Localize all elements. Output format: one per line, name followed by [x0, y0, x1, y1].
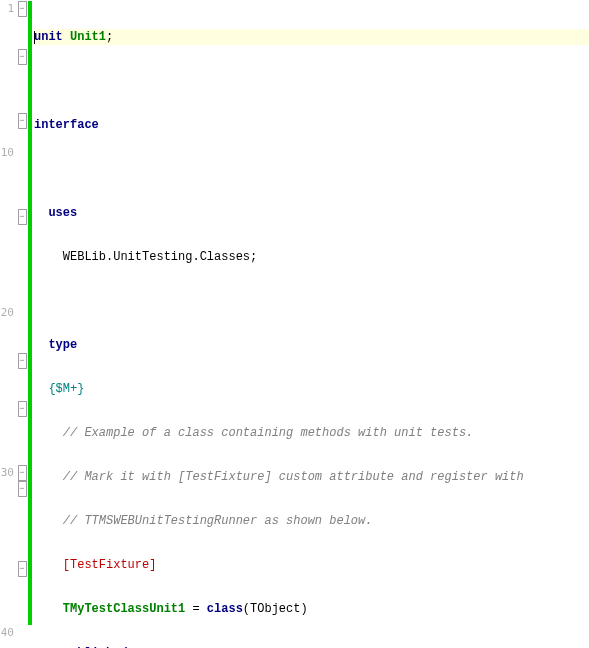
fold-spacer — [16, 513, 28, 529]
line-number: 20 — [0, 305, 14, 321]
fold-spacer — [16, 241, 28, 257]
line-number — [0, 129, 14, 145]
fold-toggle[interactable]: − — [16, 481, 28, 497]
minus-icon: − — [18, 481, 27, 497]
line-number — [0, 449, 14, 465]
minus-icon: − — [18, 113, 27, 129]
minus-icon: − — [18, 353, 27, 369]
line-number — [0, 65, 14, 81]
fold-spacer — [16, 369, 28, 385]
fold-toggle[interactable]: − — [16, 465, 28, 481]
line-number — [0, 289, 14, 305]
fold-spacer — [16, 225, 28, 241]
line-number — [0, 401, 14, 417]
fold-spacer — [16, 97, 28, 113]
fold-spacer — [16, 497, 28, 513]
line-number — [0, 321, 14, 337]
line-number — [0, 161, 14, 177]
fold-spacer — [16, 65, 28, 81]
line-number — [0, 417, 14, 433]
code-line[interactable]: TMyTestClassUnit1 = class(TObject) — [34, 601, 589, 617]
line-number — [0, 609, 14, 625]
fold-toggle[interactable]: − — [16, 353, 28, 369]
minus-icon: − — [18, 209, 27, 225]
line-number — [0, 81, 14, 97]
line-number — [0, 577, 14, 593]
fold-toggle[interactable]: − — [16, 113, 28, 129]
code-line[interactable]: WEBLib.UnitTesting.Classes; — [34, 249, 589, 265]
code-line[interactable]: // Mark it with [TestFixture] custom att… — [34, 469, 589, 485]
line-number — [0, 529, 14, 545]
code-line[interactable] — [34, 73, 589, 89]
line-number — [0, 209, 14, 225]
line-number — [0, 433, 14, 449]
line-number — [0, 177, 14, 193]
line-number — [0, 257, 14, 273]
line-number — [0, 225, 14, 241]
minus-icon: − — [18, 401, 27, 417]
code-line[interactable]: interface — [34, 117, 589, 133]
line-number: 40 — [0, 625, 14, 641]
fold-toggle[interactable]: − — [16, 1, 28, 17]
fold-spacer — [16, 417, 28, 433]
line-number — [0, 337, 14, 353]
line-number — [0, 241, 14, 257]
minus-icon: − — [18, 49, 27, 65]
fold-spacer — [16, 433, 28, 449]
fold-spacer — [16, 257, 28, 273]
code-line[interactable]: // Example of a class containing methods… — [34, 425, 589, 441]
line-number — [0, 369, 14, 385]
fold-spacer — [16, 625, 28, 641]
fold-toggle[interactable]: − — [16, 49, 28, 65]
minus-icon: − — [18, 465, 27, 481]
line-number-gutter: 110203040 — [0, 0, 16, 642]
fold-spacer — [16, 81, 28, 97]
fold-spacer — [16, 33, 28, 49]
line-number — [0, 193, 14, 209]
fold-spacer — [16, 577, 28, 593]
code-line[interactable] — [34, 293, 589, 309]
fold-spacer — [16, 145, 28, 161]
code-editor[interactable]: 110203040 −−−−−−−−− unit Unit1; interfac… — [0, 0, 589, 648]
fold-toggle[interactable]: − — [16, 209, 28, 225]
line-number: 30 — [0, 465, 14, 481]
fold-spacer — [16, 337, 28, 353]
fold-spacer — [16, 17, 28, 33]
code-line[interactable]: [TestFixture] — [34, 557, 589, 573]
code-line[interactable]: type — [34, 337, 589, 353]
line-number — [0, 33, 14, 49]
fold-spacer — [16, 177, 28, 193]
line-number — [0, 481, 14, 497]
line-number — [0, 113, 14, 129]
line-number — [0, 593, 14, 609]
line-number: 10 — [0, 145, 14, 161]
fold-spacer — [16, 385, 28, 401]
fold-spacer — [16, 289, 28, 305]
code-line[interactable] — [34, 161, 589, 177]
fold-spacer — [16, 609, 28, 625]
code-line[interactable]: uses — [34, 205, 589, 221]
code-line[interactable]: unit Unit1; — [34, 29, 589, 45]
code-line[interactable]: {$M+} — [34, 381, 589, 397]
fold-column[interactable]: −−−−−−−−− — [16, 0, 28, 641]
fold-spacer — [16, 161, 28, 177]
fold-spacer — [16, 545, 28, 561]
line-number — [0, 561, 14, 577]
line-number — [0, 385, 14, 401]
line-number — [0, 49, 14, 65]
line-number — [0, 545, 14, 561]
fold-toggle[interactable]: − — [16, 561, 28, 577]
fold-spacer — [16, 305, 28, 321]
line-number — [0, 97, 14, 113]
line-number — [0, 513, 14, 529]
minus-icon: − — [18, 1, 27, 17]
fold-toggle[interactable]: − — [16, 401, 28, 417]
line-number — [0, 353, 14, 369]
fold-spacer — [16, 449, 28, 465]
fold-spacer — [16, 593, 28, 609]
code-area[interactable]: unit Unit1; interface uses WEBLib.UnitTe… — [32, 0, 589, 648]
fold-spacer — [16, 321, 28, 337]
code-line[interactable]: // TTMSWEBUnitTestingRunner as shown bel… — [34, 513, 589, 529]
fold-spacer — [16, 193, 28, 209]
fold-spacer — [16, 529, 28, 545]
